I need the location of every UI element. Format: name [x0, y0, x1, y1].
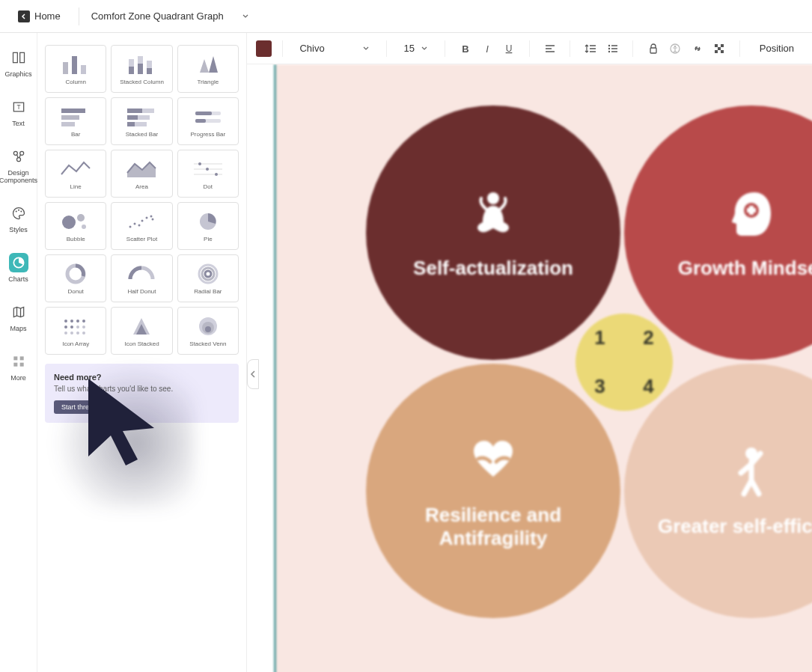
- svg-point-59: [70, 320, 73, 323]
- panel-collapse-handle[interactable]: [247, 359, 259, 389]
- chart-tile-progress-bar[interactable]: Progress Bar: [177, 97, 239, 145]
- chart-tile-bubble[interactable]: Bubble: [45, 202, 106, 250]
- feedback-text: Tell us what charts you'd like to see.: [54, 385, 230, 393]
- chart-tile-stacked-venn[interactable]: Stacked Venn: [177, 307, 239, 355]
- tile-label: Pie: [204, 236, 213, 242]
- svg-rect-36: [195, 119, 206, 123]
- bubble-chart-icon: [58, 210, 93, 233]
- tile-label: Progress Bar: [190, 131, 225, 138]
- chart-tile-area[interactable]: Area: [111, 150, 172, 198]
- rail-item-graphics[interactable]: Graphics: [0, 46, 37, 79]
- svg-rect-23: [147, 68, 152, 74]
- triangle-chart-icon: [191, 53, 225, 76]
- quadrant-title: Resilience and Antifragility: [366, 504, 620, 550]
- svg-point-84: [608, 50, 609, 52]
- chart-tile-pie[interactable]: Pie: [177, 202, 239, 250]
- svg-point-57: [205, 271, 211, 277]
- feedback-button[interactable]: Start thread: [54, 400, 104, 414]
- document-title-dropdown[interactable]: Comfort Zone Quadrant Graph: [91, 10, 249, 22]
- accessibility-button[interactable]: [666, 39, 685, 58]
- font-family-select[interactable]: Chivo: [293, 40, 376, 57]
- svg-point-56: [202, 268, 214, 280]
- svg-rect-17: [81, 65, 86, 74]
- svg-point-51: [150, 215, 153, 217]
- quadrant-diagram[interactable]: Self-actualization Growth Mindset Resili…: [366, 106, 812, 629]
- svg-rect-91: [715, 44, 718, 47]
- chart-tile-radial-bar[interactable]: Radial Bar: [177, 254, 239, 302]
- scatter-plot-icon: [124, 210, 159, 233]
- feedback-title: Need more?: [54, 373, 230, 382]
- tile-label: Stacked Bar: [126, 131, 159, 138]
- tile-label: Column: [65, 79, 86, 85]
- icon-stacked-icon: [124, 315, 159, 337]
- svg-point-69: [82, 332, 85, 335]
- bold-button[interactable]: B: [456, 39, 474, 58]
- svg-text:I: I: [486, 43, 489, 55]
- rail-item-charts[interactable]: Charts: [0, 251, 37, 284]
- chart-tile-scatter-plot[interactable]: Scatter Plot: [111, 202, 172, 250]
- lock-button[interactable]: [644, 39, 662, 58]
- chart-tile-icon-array[interactable]: Icon Array: [45, 307, 106, 355]
- rail-label: Charts: [8, 275, 28, 283]
- svg-point-40: [198, 162, 201, 165]
- svg-text:U: U: [506, 43, 513, 54]
- chart-tile-stacked-column[interactable]: Stacked Column: [111, 45, 172, 93]
- link-button[interactable]: [688, 39, 706, 58]
- svg-rect-21: [138, 64, 143, 74]
- svg-rect-24: [61, 109, 85, 113]
- transparency-button[interactable]: [709, 39, 728, 58]
- italic-button[interactable]: I: [477, 39, 496, 58]
- chart-tile-half-donut[interactable]: Half Donut: [111, 254, 172, 302]
- rail-item-text[interactable]: T Text: [0, 96, 37, 129]
- chart-tile-dot[interactable]: Dot: [177, 150, 239, 198]
- quadrant-4[interactable]: Greater self-efficacy: [624, 364, 812, 618]
- quadrant-title: Self-actualization: [391, 257, 596, 280]
- center-num-2: 2: [643, 326, 653, 349]
- chart-tile-icon-stacked[interactable]: Icon Stacked: [111, 307, 172, 355]
- home-button[interactable]: Home: [12, 7, 67, 25]
- svg-rect-26: [61, 122, 75, 126]
- design-canvas[interactable]: Self-actualization Growth Mindset Resili…: [247, 64, 812, 672]
- tile-label: Scatter Plot: [126, 236, 157, 242]
- chart-tile-stacked-bar[interactable]: Stacked Bar: [111, 97, 172, 145]
- chart-tile-column[interactable]: Column: [45, 45, 106, 93]
- svg-point-66: [64, 332, 67, 335]
- chart-tile-bar[interactable]: Bar: [45, 97, 106, 145]
- separator: [632, 40, 633, 57]
- rail-item-styles[interactable]: Styles: [0, 202, 37, 235]
- bar-chart-icon: [58, 106, 93, 128]
- icon-array-icon: [58, 315, 93, 337]
- stacked-column-icon: [124, 53, 159, 76]
- svg-point-42: [215, 173, 218, 176]
- bullet-list-button[interactable]: [603, 39, 622, 58]
- svg-point-82: [608, 44, 609, 46]
- svg-rect-30: [127, 115, 138, 120]
- quadrant-3[interactable]: Resilience and Antifragility: [366, 364, 620, 618]
- rail-item-maps[interactable]: Maps: [0, 301, 37, 334]
- svg-rect-92: [721, 44, 724, 47]
- chevron-down-icon: [421, 45, 428, 52]
- canvas-area: Chivo 15 B I U Position: [247, 33, 812, 672]
- quadrant-2[interactable]: Growth Mindset: [624, 106, 812, 360]
- svg-rect-16: [72, 56, 77, 74]
- radial-bar-icon: [191, 263, 225, 285]
- column-chart-icon: [58, 53, 93, 76]
- rail-item-more[interactable]: More: [0, 350, 37, 383]
- svg-point-60: [76, 320, 79, 323]
- align-button[interactable]: [540, 39, 559, 58]
- underline-button[interactable]: U: [500, 39, 519, 58]
- chart-tile-triangle[interactable]: Triangle: [177, 45, 239, 93]
- line-spacing-button[interactable]: [581, 39, 599, 58]
- page[interactable]: Self-actualization Growth Mindset Resili…: [274, 64, 812, 672]
- position-button[interactable]: Position: [751, 43, 803, 54]
- back-icon: [18, 10, 30, 22]
- rail-item-design-components[interactable]: Design Components: [0, 145, 37, 186]
- color-swatch[interactable]: [256, 40, 272, 57]
- chevron-down-icon: [362, 45, 370, 52]
- chart-tile-line[interactable]: Line: [45, 150, 106, 198]
- chart-tile-donut[interactable]: Donut: [45, 254, 106, 302]
- svg-point-48: [138, 224, 141, 226]
- font-size-select[interactable]: 15: [397, 43, 433, 54]
- svg-rect-93: [718, 47, 721, 50]
- quadrant-1[interactable]: Self-actualization: [366, 106, 620, 360]
